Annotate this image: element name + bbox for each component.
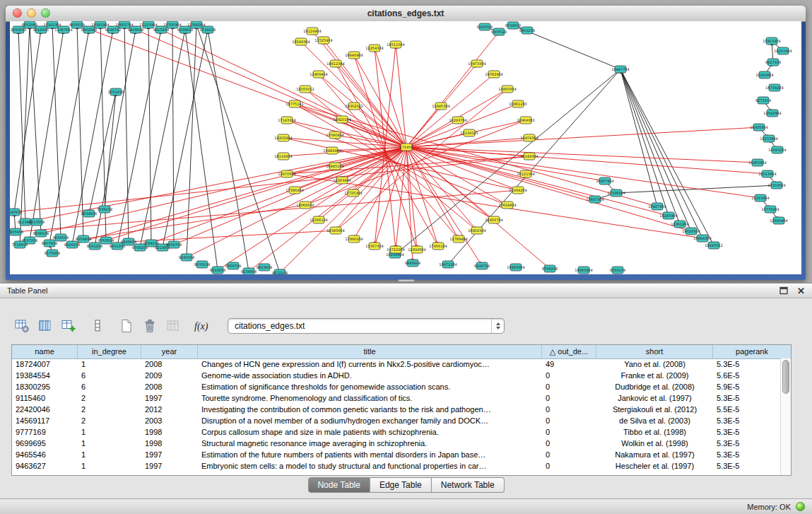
network-node[interactable]: 10233904 xyxy=(760,135,777,142)
column-header-pagerank[interactable]: pagerank xyxy=(713,345,791,358)
network-node[interactable]: 8633104 xyxy=(194,261,210,268)
network-window-titlebar[interactable]: citations_edges.txt xyxy=(6,6,806,22)
network-node[interactable]: 12456704 xyxy=(485,216,502,223)
table-select[interactable]: citations_edges.txt xyxy=(228,318,505,334)
network-node[interactable]: 16549304 xyxy=(292,38,310,45)
network-node[interactable]: 10293704 xyxy=(449,117,466,124)
network-node[interactable]: 8407904 xyxy=(42,240,57,247)
column-header-in_degree[interactable]: in_degree xyxy=(78,345,141,358)
network-nodes[interactable]: 1650503885206890183051019130411087604960… xyxy=(10,21,792,274)
network-node[interactable]: 16807904 xyxy=(596,177,613,185)
tab-node-table[interactable]: Node Table xyxy=(307,477,370,493)
tab-network-table[interactable]: Network Table xyxy=(432,477,505,493)
network-node[interactable]: 17103504 xyxy=(767,182,785,189)
network-node[interactable]: 12254304 xyxy=(365,45,383,52)
network-node[interactable]: 17725304 xyxy=(344,189,362,197)
network-node[interactable]: 9456704 xyxy=(166,241,182,248)
network-node[interactable]: 15134145 xyxy=(460,129,478,136)
network-node[interactable]: 9345604 xyxy=(121,238,136,245)
network-node[interactable]: 16640904 xyxy=(345,52,363,59)
network-node[interactable]: 10293804 xyxy=(755,71,773,78)
network-node[interactable]: 9409504 xyxy=(128,26,143,33)
table-row[interactable]: 946554611997Estimation of the future num… xyxy=(12,449,780,460)
network-node[interactable]: 9763504 xyxy=(98,237,114,244)
network-node[interactable]: 9845604 xyxy=(405,259,420,267)
network-node[interactable]: 9768204 xyxy=(542,265,558,272)
network-node[interactable]: 15149304 xyxy=(520,153,538,160)
column-header-year[interactable]: year xyxy=(141,345,198,358)
scrollbar-thumb[interactable] xyxy=(782,360,789,394)
network-node[interactable]: 17634804 xyxy=(498,201,516,209)
zoom-window-icon[interactable] xyxy=(41,8,50,18)
network-node[interactable]: 8826104 xyxy=(64,241,80,248)
network-node[interactable]: 17456104 xyxy=(429,243,447,250)
network-node[interactable]: 8183004 xyxy=(477,23,493,30)
network-node[interactable]: 9728104 xyxy=(200,26,216,33)
network-node[interactable]: 15935804 xyxy=(750,124,767,131)
network-node[interactable]: 17890204 xyxy=(345,235,363,243)
minimize-window-icon[interactable] xyxy=(27,8,36,18)
table-row[interactable]: 1830029562008Estimation of significance … xyxy=(12,381,780,392)
network-canvas[interactable]: 1650503885206890183051019130411087604960… xyxy=(10,21,801,274)
network-node[interactable]: 11525404 xyxy=(314,37,332,44)
network-node[interactable]: 12930404 xyxy=(770,217,787,224)
network-node[interactable]: 19245012 xyxy=(705,242,722,249)
table-options-icon[interactable] xyxy=(13,317,31,335)
network-node[interactable]: 16093204 xyxy=(768,146,786,153)
show-columns-icon[interactable] xyxy=(36,317,54,335)
network-node[interactable]: 9245304 xyxy=(179,254,194,261)
network-svg[interactable]: 1650503885206890183051019130411087604960… xyxy=(10,21,801,274)
network-node[interactable]: 18927304 xyxy=(648,203,666,210)
network-node[interactable]: 16902304 xyxy=(468,227,486,234)
network-node[interactable]: 17090804 xyxy=(326,132,343,139)
close-panel-icon[interactable]: ✕ xyxy=(797,286,805,296)
network-node[interactable]: 8170904 xyxy=(45,250,60,257)
network-node[interactable]: 10671204 xyxy=(439,261,457,268)
network-node[interactable]: 19024504 xyxy=(682,228,700,235)
network-node[interactable]: 11087604 xyxy=(54,26,72,33)
network-node[interactable]: 16447794 xyxy=(611,66,629,73)
combo-arrows-icon[interactable] xyxy=(491,319,504,333)
panel-resize-grip[interactable] xyxy=(398,279,415,282)
network-node[interactable]: 172404 xyxy=(399,144,413,151)
network-node[interactable]: 12345604 xyxy=(326,227,344,234)
network-node[interactable]: 7536104 xyxy=(97,206,112,213)
network-node[interactable]: 12934504 xyxy=(408,246,425,253)
network-node[interactable]: 9672104 xyxy=(272,269,288,274)
network-node[interactable]: 15687304 xyxy=(586,196,604,203)
network-node[interactable]: 9213304 xyxy=(29,218,45,226)
table-row[interactable]: 911546021997Tourette syndrome. Phenomeno… xyxy=(12,392,780,404)
column-header-out_degree[interactable]: △ out_de... xyxy=(542,345,596,358)
network-node[interactable]: 15913304 xyxy=(763,37,780,45)
network-node[interactable]: 18134904 xyxy=(274,153,292,160)
network-node[interactable]: 14542904 xyxy=(763,110,781,117)
network-node[interactable]: 10893404 xyxy=(575,267,592,274)
network-node[interactable]: 9134904 xyxy=(241,268,257,274)
network-node[interactable]: 16845104 xyxy=(326,163,343,170)
table-row[interactable]: 946362711997Embryonic stem cells: a mode… xyxy=(12,460,780,472)
network-node[interactable]: 9901234 xyxy=(519,27,535,34)
import-table-icon[interactable] xyxy=(164,317,182,335)
table-row[interactable]: 1938455462009Genome-wide association stu… xyxy=(12,370,780,381)
network-node[interactable]: 16336104 xyxy=(310,216,327,223)
row-height-icon[interactable] xyxy=(88,317,107,335)
float-panel-icon[interactable] xyxy=(779,286,789,295)
network-node[interactable]: 16778204 xyxy=(761,206,779,213)
network-node[interactable]: 17586404 xyxy=(286,187,303,194)
network-node[interactable]: 18361204 xyxy=(671,221,688,228)
network-node[interactable]: 18684304 xyxy=(693,235,711,242)
network-node[interactable]: 9356104 xyxy=(610,267,625,274)
network-node[interactable]: 18124904 xyxy=(303,28,321,35)
network-node[interactable]: 17336504 xyxy=(607,189,625,197)
network-node[interactable]: 8034904 xyxy=(81,210,97,217)
network-node[interactable]: 14850504 xyxy=(498,86,516,93)
column-header-name[interactable]: name xyxy=(12,345,78,358)
network-node[interactable]: 12409404 xyxy=(310,71,327,78)
column-header-title[interactable]: title xyxy=(198,345,542,358)
network-node[interactable]: 8739004 xyxy=(505,22,521,29)
network-node[interactable]: 9630504 xyxy=(53,234,69,241)
network-node[interactable]: 11845304 xyxy=(432,103,449,110)
network-node[interactable]: 12013904 xyxy=(758,170,776,177)
delete-table-icon[interactable] xyxy=(141,317,159,335)
table-row[interactable]: 2242004622012Investigating the contribut… xyxy=(12,404,780,415)
